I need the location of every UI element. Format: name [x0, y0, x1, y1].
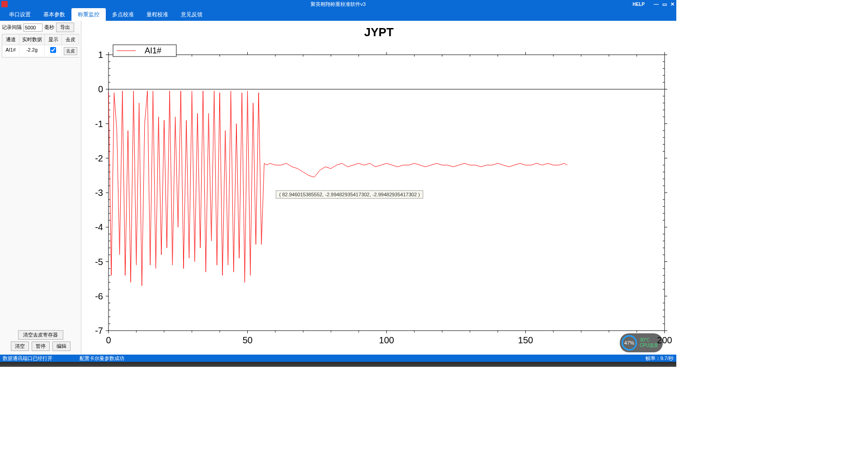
svg-text:-3: -3 — [95, 188, 103, 198]
svg-text:1: 1 — [98, 50, 103, 60]
app-icon — [1, 1, 8, 7]
cell-value: -2.2g — [19, 45, 45, 57]
col-realtime: 实时数据 — [19, 34, 45, 45]
svg-text:100: 100 — [379, 335, 394, 345]
svg-text:-1: -1 — [95, 119, 103, 129]
maximize-icon[interactable]: ▭ — [662, 1, 667, 7]
status-bar: 数据通讯端口已经打开 配置卡尔曼参数成功 帧率：9.7/秒 — [0, 355, 676, 362]
record-interval-label: 记录间隔 — [2, 24, 22, 31]
edit-button[interactable]: 编辑 — [52, 341, 71, 351]
svg-text:-5: -5 — [95, 257, 103, 267]
minimize-icon[interactable]: — — [654, 1, 659, 7]
cpu-temp-label: CPU温度 — [640, 343, 658, 348]
tab-basic-params[interactable]: 基本参数 — [37, 8, 71, 21]
clear-tare-register-button[interactable]: 清空去皮寄存器 — [18, 330, 63, 340]
svg-text:-7: -7 — [95, 326, 103, 336]
svg-text:0: 0 — [106, 335, 111, 345]
svg-text:150: 150 — [518, 335, 533, 345]
col-show: 显示 — [45, 34, 62, 45]
svg-text:-2: -2 — [95, 153, 103, 163]
cell-channel: AI1# — [2, 45, 19, 57]
chart-tooltip: ( 82.946015385552, -2.99482935417302, -2… — [276, 190, 423, 199]
export-button[interactable]: 导出 — [56, 23, 74, 32]
chart-title: JYPT — [81, 21, 676, 41]
col-tare: 去皮 — [62, 34, 79, 45]
table-row: AI1# -2.2g 去皮 — [2, 45, 79, 57]
svg-text:-4: -4 — [95, 222, 103, 232]
tab-multipoint-calibration[interactable]: 多点校准 — [106, 8, 140, 21]
channel-table: 通道 实时数据 显示 去皮 AI1# -2.2g 去皮 — [2, 34, 79, 57]
svg-text:AI1#: AI1# — [145, 46, 161, 55]
help-link[interactable]: HELP — [632, 2, 645, 7]
taskbar — [0, 362, 676, 367]
tab-feedback[interactable]: 意见反馈 — [175, 8, 209, 21]
status-fps: 帧率：9.7/秒 — [646, 355, 674, 362]
chart-area: JYPT -7-6-5-4-3-2-101050100150200AI1# ( … — [81, 21, 676, 355]
tab-range-calibration[interactable]: 量程校准 — [140, 8, 175, 21]
show-checkbox[interactable] — [50, 47, 56, 53]
tab-serial-settings[interactable]: 串口设置 — [3, 8, 37, 21]
tare-button[interactable]: 去皮 — [64, 47, 77, 55]
pause-button[interactable]: 暂停 — [32, 341, 50, 351]
cpu-percent: 47% — [622, 335, 637, 351]
record-interval-input[interactable] — [24, 24, 42, 32]
status-port: 数据通讯端口已经打开 — [3, 355, 52, 362]
tab-weighing-monitor[interactable]: 称重监控 — [71, 8, 106, 21]
clear-button[interactable]: 清空 — [11, 341, 29, 351]
app-title: 聚英翱翔称重校准软件v3 — [311, 1, 366, 8]
svg-text:-6: -6 — [95, 291, 103, 301]
status-config: 配置卡尔曼参数成功 — [80, 355, 124, 362]
close-icon[interactable]: ✕ — [670, 1, 675, 7]
svg-text:0: 0 — [98, 84, 103, 94]
ms-label: 毫秒 — [44, 24, 54, 31]
main-tabs: 串口设置 基本参数 称重监控 多点校准 量程校准 意见反馈 — [0, 8, 676, 21]
sidebar: 记录间隔 毫秒 导出 通道 实时数据 显示 去皮 AI1# -2.2g 去皮 清… — [0, 21, 81, 355]
titlebar: 聚英翱翔称重校准软件v3 HELP — ▭ ✕ — [0, 0, 676, 8]
svg-text:50: 50 — [242, 335, 252, 345]
cpu-widget[interactable]: 47% 30°C CPU温度 — [620, 333, 663, 352]
col-channel: 通道 — [2, 34, 19, 45]
cpu-temp: 30°C — [640, 337, 658, 343]
